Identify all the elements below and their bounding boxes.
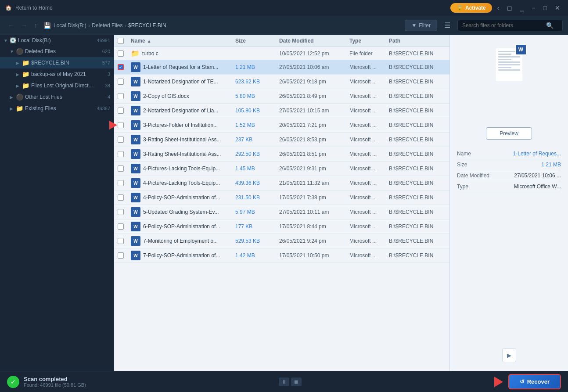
row-checkbox[interactable] (118, 137, 124, 143)
sidebar-item-recycle-bin[interactable]: ▶ 📁 $RECYCLE.BIN 577 (0, 57, 114, 68)
file-size: 623.62 KB (235, 79, 279, 85)
word-badge: W (515, 44, 527, 55)
row-checkbox[interactable] (118, 238, 124, 244)
file-date: 26/05/2021 8:53 pm (279, 137, 349, 143)
return-home-label[interactable]: Return to Home (15, 5, 53, 11)
preview-button[interactable]: Preview (486, 127, 532, 140)
filter-button[interactable]: ▼ Filter (405, 20, 437, 31)
file-size: 1.45 MB (235, 165, 279, 172)
sidebar-item-files-lost[interactable]: ▶ 📁 Files Lost Original Direct... 38 (0, 80, 114, 91)
sidebar-item-other-lost[interactable]: ▶ ⚫ Other Lost Files 4 (0, 91, 114, 103)
meta-date-row: Date Modified 27/05/2021 10:06 ... (457, 170, 561, 181)
scan-title: Scan completed (24, 376, 86, 382)
word-icon: W (131, 91, 140, 101)
sidebar-item-backup[interactable]: ▶ 📁 backup-as of May 2021 3 (0, 68, 114, 80)
window-button[interactable]: ◻ (504, 4, 515, 12)
row-checkbox[interactable] (118, 209, 124, 215)
file-table-header: Name ▲ Size Date Modified Type Path (114, 35, 449, 47)
share-button[interactable]: ‹ (495, 4, 502, 12)
title-bar: 🏠 Return to Home 🔒 Activate ‹ ◻ ⎯ − □ ✕ (0, 0, 568, 16)
nav-bar: ← → ↑ 💾 Local Disk(B:) › Deleted Files ›… (0, 16, 568, 35)
forward-button[interactable]: → (18, 20, 30, 31)
word-icon: W (131, 164, 140, 173)
recover-button[interactable]: ↺ Recover (508, 374, 561, 389)
table-row[interactable]: W 6-Policy-SOP-Administration of... 177 … (114, 219, 449, 234)
file-path: B:\$RECYCLE.BIN (389, 223, 446, 230)
word-icon: W (131, 222, 140, 231)
sidebar-label-recycle-bin: $RECYCLE.BIN (31, 60, 101, 66)
row-checkbox[interactable] (118, 122, 124, 128)
activate-button[interactable]: 🔒 Activate (450, 3, 492, 13)
scan-status: ✓ Scan completed Found: 46991 file (50.8… (7, 376, 86, 388)
row-checkbox[interactable] (118, 64, 124, 70)
expand-arrow: ▶ (16, 83, 20, 88)
row-checkbox[interactable] (118, 108, 124, 114)
row-checkbox[interactable] (118, 252, 124, 259)
breadcrumb-disk[interactable]: Local Disk(B:) (54, 22, 86, 29)
row-checkbox[interactable] (118, 93, 124, 99)
folder-icon: 📁 (22, 82, 29, 89)
nav-arrows: ← → ↑ (5, 20, 40, 31)
row-checkbox[interactable] (118, 50, 124, 57)
disk-icon: 💾 (43, 22, 51, 29)
row-checkbox[interactable] (118, 180, 124, 186)
sidebar-label-backup: backup-as of May 2021 (31, 71, 106, 77)
sidebar-item-local-disk[interactable]: ▼ 💽 Local Disk(B:) 46991 (0, 35, 114, 46)
file-date: 17/05/2021 8:44 pm (279, 223, 349, 230)
file-path: B:\$RECYCLE.BIN (389, 209, 446, 215)
up-button[interactable]: ↑ (32, 20, 40, 31)
breadcrumb-deleted[interactable]: Deleted Files (92, 22, 122, 29)
meta-size-row: Size 1.21 MB (457, 159, 561, 170)
table-row[interactable]: W 7-Monitoring of Employment o... 529.53… (114, 234, 449, 248)
hamburger-button[interactable]: ☰ (441, 19, 454, 31)
pause-button[interactable]: ⏸ (279, 378, 289, 386)
table-row[interactable]: W 2-Notarized Designation of Lia... 105.… (114, 104, 449, 118)
title-bar-left: 🏠 Return to Home (5, 5, 53, 11)
word-icon: W (131, 178, 140, 188)
meta-date-label: Date Modified (457, 173, 489, 179)
file-meta: Name 1-Letter of Reques... Size 1.21 MB … (457, 148, 561, 192)
word-icon: W (131, 62, 140, 72)
row-checkbox[interactable] (118, 194, 124, 201)
row-checkbox[interactable] (118, 165, 124, 172)
expand-preview-button[interactable]: ▶ (502, 348, 516, 362)
table-row[interactable]: W 2-Copy of GIS.docx 5.80 MB 26/05/2021 … (114, 89, 449, 104)
table-row[interactable]: W 7-Policy-SOP-Administration of... 1.42… (114, 248, 449, 263)
file-name: 7-Policy-SOP-Administration of... (143, 252, 220, 259)
file-name: 1-Letter of Request for a Stam... (143, 64, 218, 70)
table-row[interactable]: W 1-Notarized Designation of TE... 623.6… (114, 75, 449, 89)
table-row[interactable]: W 5-Updated Grading System-Ev... 5.97 MB… (114, 205, 449, 219)
row-checkbox[interactable] (118, 151, 124, 157)
sidebar-item-existing[interactable]: ▶ 📁 Existing Files 46367 (0, 103, 114, 114)
row-checkbox[interactable] (118, 79, 124, 85)
table-row[interactable]: W 4-Policy-SOP-Administration of... 231.… (114, 191, 449, 205)
stop-button[interactable]: ⏹ (291, 378, 302, 386)
row-checkbox[interactable] (118, 223, 124, 230)
recover-label: Recover (527, 378, 550, 385)
sidebar-item-deleted-files[interactable]: ▼ ⚫ Deleted Files 620 (0, 46, 114, 57)
close-button[interactable]: ✕ (552, 4, 563, 12)
minimize-button[interactable]: − (529, 4, 538, 12)
file-name: 7-Monitoring of Employment o... (143, 238, 218, 244)
table-row[interactable]: W 1-Letter of Request for a Stam... 1.21… (114, 60, 449, 75)
word-icon: W (131, 149, 140, 159)
table-row[interactable]: W 4-Pictures-Lacking Tools-Equip... 1.45… (114, 162, 449, 176)
table-row[interactable]: 📁 turbo c 10/05/2021 12:52 pm File folde… (114, 47, 449, 60)
back-button[interactable]: ← (5, 20, 17, 31)
pause-buttons: ⏸ ⏹ (279, 378, 302, 386)
search-input[interactable] (462, 22, 543, 29)
sort-icon[interactable]: ▲ (147, 39, 151, 43)
file-date: 17/05/2021 10:50 pm (279, 252, 349, 259)
table-row[interactable]: W 3-Rating Sheet-Institutional Ass... 23… (114, 133, 449, 147)
table-row[interactable]: W 3-Rating Sheet-Institutional Ass... 29… (114, 147, 449, 162)
recover-arrow-indicator (494, 377, 503, 387)
maximize-button[interactable]: □ (541, 4, 550, 12)
table-row[interactable]: W 4-Pictures-Lacking Tools-Equip... 439.… (114, 176, 449, 191)
sidebar-label-files-lost: Files Lost Original Direct... (31, 83, 103, 89)
select-all-checkbox[interactable] (118, 38, 124, 44)
expand-arrow: ▶ (10, 106, 14, 111)
breadcrumb: 💾 Local Disk(B:) › Deleted Files › $RECY… (43, 22, 401, 29)
file-type: Microsoft ... (349, 79, 389, 85)
table-row[interactable]: W 3-Pictures-Folder of Institution... 1.… (114, 118, 449, 133)
menu-dots-button[interactable]: ⎯ (518, 4, 526, 12)
